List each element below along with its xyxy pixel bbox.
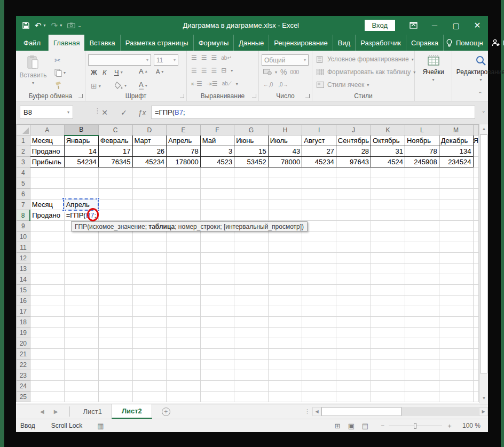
cell-G11[interactable] [234,242,269,253]
cell-I24[interactable] [302,381,336,392]
editing-button[interactable]: Редактирование ▾ [452,55,504,82]
cell-B6[interactable] [64,189,98,199]
cell-J16[interactable] [336,296,371,306]
cell-D8[interactable] [132,210,167,221]
increase-indent-icon[interactable]: ⇥☰ [207,80,218,87]
cell-L10[interactable] [405,232,439,242]
cell-J1[interactable]: Сентябрь [336,135,371,146]
cell-L24[interactable] [405,381,439,392]
cell-M17[interactable] [439,306,473,317]
cell-K24[interactable] [371,381,405,392]
cell-D5[interactable] [132,178,167,189]
cell-G19[interactable] [234,328,269,338]
cell-C3[interactable]: 76345 [98,157,132,167]
align-bottom-icon[interactable]: ☰ [211,54,217,61]
cell-G10[interactable] [234,232,269,242]
cell-E17[interactable] [167,306,201,317]
row-header-25[interactable]: 25 [17,392,30,402]
cell-B13[interactable] [64,264,98,274]
cell-A10[interactable] [30,232,64,242]
cell-A4[interactable] [30,167,64,178]
cell-F8[interactable] [200,210,234,221]
cell-G5[interactable] [234,178,269,189]
cell-F21[interactable] [200,349,234,360]
redo-button[interactable]: ↷ [51,21,58,30]
cell-F1[interactable]: Май [200,135,234,146]
cell-N10-clipped[interactable] [473,232,478,242]
cell-L19[interactable] [405,328,439,338]
cell-D3[interactable]: 45234 [132,157,167,167]
name-box[interactable]: B8▾ [20,106,73,119]
conditional-formatting-button[interactable]: Условное форматирование▾ [317,55,414,63]
cell-A21[interactable] [30,349,64,360]
cell-A9[interactable] [30,221,64,232]
cell-N8-clipped[interactable] [473,210,478,221]
font-size-combo[interactable]: 11▾ [154,54,178,66]
cell-B18[interactable] [64,317,98,328]
cell-J19[interactable] [336,328,371,338]
cell-F19[interactable] [200,328,234,338]
cell-E19[interactable] [167,328,201,338]
cell-G13[interactable] [234,264,269,274]
cell-I22[interactable] [302,360,336,370]
cell-B17[interactable] [64,306,98,317]
cell-M1[interactable]: Декабрь [439,135,473,146]
cell-K5[interactable] [371,178,405,189]
cell-K2[interactable]: 31 [371,146,405,157]
cell-F3[interactable]: 4523 [200,157,234,167]
cell-L25[interactable] [405,392,439,402]
cell-I4[interactable] [302,167,336,178]
cell-D17[interactable] [132,306,167,317]
cell-styles-button[interactable]: Стили ячеек▾ [317,81,369,89]
cell-N25-clipped[interactable] [473,392,478,402]
cell-F13[interactable] [200,264,234,274]
row-header-17[interactable]: 17 [17,306,30,317]
cell-M10[interactable] [439,232,473,242]
cell-B22[interactable] [64,360,98,370]
insert-function-icon[interactable]: ƒx [135,106,149,119]
cell-E11[interactable] [167,242,201,253]
cell-K14[interactable] [371,274,405,285]
cell-N6-clipped[interactable] [473,189,478,199]
cell-J24[interactable] [336,381,371,392]
cell-J13[interactable] [336,264,371,274]
grow-font-button[interactable]: А▴ [139,67,147,75]
cell-B2[interactable]: 14 [64,146,98,157]
page-layout-view-icon[interactable]: ▣ [344,419,358,433]
column-header-A[interactable]: A [30,125,64,135]
bold-button[interactable]: Ж [91,68,97,76]
wrap-text-icon[interactable]: ab↵ [221,55,232,61]
cell-L11[interactable] [405,242,439,253]
cell-D18[interactable] [132,317,167,328]
cell-A2[interactable]: Продано [30,146,64,157]
column-header-E[interactable]: E [167,125,201,135]
row-header-13[interactable]: 13 [17,264,30,274]
cell-N13-clipped[interactable] [473,264,478,274]
cell-D2[interactable]: 26 [132,146,167,157]
undo-button[interactable]: ↶ [35,21,42,30]
column-header-L[interactable]: L [405,125,439,135]
cell-A3[interactable]: Прибыль [30,157,64,167]
tab-review[interactable]: Рецензирование [269,35,333,51]
customize-qat-icon[interactable]: ⌄ [77,23,82,28]
cell-N22-clipped[interactable] [473,360,478,370]
cell-I12[interactable] [302,253,336,264]
cell-J23[interactable] [336,370,371,381]
cell-F22[interactable] [200,360,234,370]
cell-F25[interactable] [200,392,234,402]
row-header-1[interactable]: 1 [17,135,30,146]
cell-H16[interactable] [268,296,302,306]
cell-N18-clipped[interactable] [473,317,478,328]
cell-D4[interactable] [132,167,167,178]
cell-B4[interactable] [64,167,98,178]
cell-K17[interactable] [371,306,405,317]
cell-K25[interactable] [371,392,405,402]
tab-home[interactable]: Главная [49,35,84,51]
cell-K20[interactable] [371,338,405,349]
cell-B11[interactable] [64,242,98,253]
row-header-23[interactable]: 23 [17,370,30,381]
tab-help[interactable]: Справка [406,35,444,51]
cell-K3[interactable]: 4524 [371,157,405,167]
cell-F14[interactable] [200,274,234,285]
cell-F12[interactable] [200,253,234,264]
